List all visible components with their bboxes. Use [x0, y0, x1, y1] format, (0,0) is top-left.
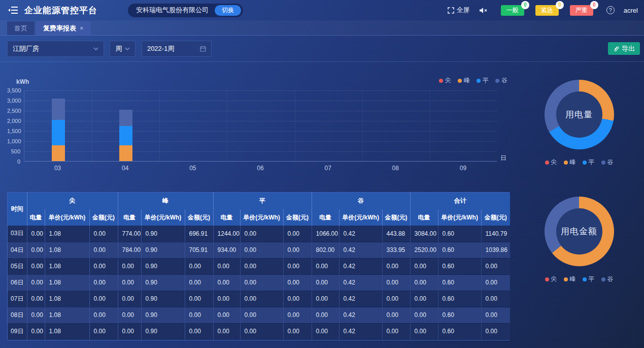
table-cell: 0.60 — [438, 291, 481, 307]
usage-donut-legend: 尖峰平谷 — [522, 158, 636, 167]
tab-首页[interactable]: 首页 — [7, 21, 35, 35]
alarm-button-紧急[interactable]: 紧急0 — [535, 5, 559, 16]
site-select[interactable]: 江阴厂房 — [7, 41, 104, 57]
table-cell: 0.00 — [312, 258, 339, 274]
donut2-legend-item-尖[interactable]: 尖 — [545, 275, 557, 283]
table-cell: 0.00 — [283, 226, 312, 242]
y-axis-unit: kWh — [16, 78, 29, 85]
table-cell: 0.00 — [185, 258, 213, 274]
username[interactable]: acrel — [624, 7, 638, 14]
donut2-legend-item-谷[interactable]: 谷 — [601, 275, 614, 283]
table-cell: 0.42 — [339, 323, 382, 339]
table-header-group-合计: 合计 — [410, 193, 510, 209]
donut2-legend-item-平[interactable]: 平 — [583, 275, 595, 283]
fullscreen-button[interactable]: 全屏 — [448, 6, 470, 15]
legend-label: 尖 — [551, 275, 557, 283]
table-cell: 0.00 — [283, 274, 312, 291]
table-cell: 0.00 — [410, 258, 438, 274]
company-name: 安科瑞电气股份有限公司 — [136, 6, 209, 15]
table-cell: 0.00 — [240, 323, 283, 339]
legend-label: 谷 — [501, 76, 507, 85]
table-row: 04日0.001.080.00784.000.90705.91934.000.0… — [8, 242, 510, 258]
bar-segment-谷 — [119, 110, 132, 126]
table-cell: 1.08 — [45, 258, 89, 274]
table-cell: 0.00 — [27, 258, 45, 274]
bar-chart-legend-item-平[interactable]: 平 — [477, 76, 489, 85]
table-cell: 1140.79 — [481, 226, 510, 242]
x-tick-label: 08 — [392, 165, 399, 172]
legend-dot — [583, 161, 587, 165]
alarm-button-严重[interactable]: 严重0 — [570, 5, 593, 16]
tariff-table-card: 时间尖峰平谷合计电量单价(元/kWh)金额(元)电量单价(元/kWh)金额(元)… — [7, 192, 510, 340]
mute-icon[interactable] — [479, 7, 488, 14]
legend-label: 平 — [589, 275, 595, 283]
grid-vline — [92, 90, 92, 161]
table-cell: 1066.00 — [312, 226, 339, 242]
chart-legend: 尖峰平谷 — [439, 76, 507, 85]
table-cell: 07日 — [8, 291, 27, 307]
table-row: 08日0.001.080.000.000.900.000.000.000.000… — [8, 307, 510, 323]
grid-vline — [295, 90, 295, 161]
x-tick-label: 03 — [54, 165, 61, 172]
table-subheader: 电量 — [27, 209, 45, 226]
table-cell: 0.90 — [141, 242, 185, 258]
legend-label: 尖 — [445, 76, 451, 85]
table-cell: 0.00 — [283, 242, 312, 258]
table-cell: 0.00 — [213, 323, 240, 339]
alarm-button-一般[interactable]: 一般0 — [501, 5, 524, 16]
table-cell: 784.00 — [118, 242, 141, 258]
legend-label: 峰 — [570, 158, 576, 167]
table-cell: 09日 — [8, 323, 27, 339]
table-cell: 0.00 — [118, 258, 141, 274]
switch-company-button[interactable]: 切换 — [215, 5, 241, 16]
table-cell: 06日 — [8, 274, 27, 291]
legend-label: 谷 — [607, 275, 614, 283]
table-cell: 0.42 — [339, 307, 382, 323]
table-cell: 0.00 — [283, 307, 312, 323]
table-row: 09日0.001.080.000.000.900.000.000.000.000… — [8, 323, 510, 339]
export-button[interactable]: 导出 — [608, 42, 640, 55]
table-header-group-平: 平 — [213, 193, 312, 209]
period-select[interactable]: 周 — [110, 41, 135, 57]
tab-复费率报表[interactable]: 复费率报表× — [36, 21, 91, 35]
table-row: 07日0.001.080.000.000.900.000.000.000.000… — [8, 291, 510, 307]
table-header-group-尖: 尖 — [27, 193, 118, 209]
table-cell: 1.08 — [45, 226, 89, 242]
table-cell: 0.00 — [118, 274, 141, 291]
table-cell: 08日 — [8, 307, 27, 323]
donut1-legend-item-平[interactable]: 平 — [583, 158, 595, 167]
table-cell: 802.00 — [312, 242, 339, 258]
table-cell: 0.00 — [213, 291, 240, 307]
tab-close-icon[interactable]: × — [80, 24, 84, 32]
bar-chart-legend-item-峰[interactable]: 峰 — [458, 76, 470, 85]
gridline — [24, 121, 497, 121]
table-cell: 0.00 — [118, 323, 141, 339]
collapse-menu-icon[interactable] — [8, 6, 19, 15]
table-cell: 0.90 — [141, 258, 185, 274]
donut2-legend-item-峰[interactable]: 峰 — [564, 275, 576, 283]
cost-donut-legend: 尖峰平谷 — [522, 275, 636, 283]
table-cell: 0.00 — [240, 291, 283, 307]
table-cell: 1.08 — [45, 323, 89, 339]
legend-dot — [545, 277, 549, 281]
x-tick-label: 07 — [324, 165, 331, 172]
donut1-legend-item-尖[interactable]: 尖 — [545, 158, 557, 167]
tab-label: 首页 — [14, 24, 27, 33]
usage-donut-card: 用电量 尖峰平谷 — [522, 78, 636, 167]
table-cell: 0.00 — [89, 323, 118, 339]
donut1-legend-item-谷[interactable]: 谷 — [601, 158, 614, 167]
bar-chart-legend-item-尖[interactable]: 尖 — [439, 76, 451, 85]
help-icon[interactable]: ? — [606, 6, 615, 14]
table-cell: 0.90 — [141, 291, 185, 307]
chevron-down-icon — [93, 47, 98, 50]
paperclip-icon — [613, 46, 619, 52]
y-tick-label: 2,500 — [7, 108, 20, 114]
table-cell: 0.00 — [410, 323, 438, 339]
bar-chart-legend-item-谷[interactable]: 谷 — [495, 76, 507, 85]
date-picker[interactable]: 2022-1周 — [142, 41, 212, 57]
table-cell: 04日 — [8, 242, 27, 258]
table-cell: 443.88 — [382, 226, 410, 242]
y-tick-label: 3,000 — [7, 98, 20, 104]
donut1-legend-item-峰[interactable]: 峰 — [564, 158, 576, 167]
x-tick-label: 05 — [189, 165, 196, 172]
